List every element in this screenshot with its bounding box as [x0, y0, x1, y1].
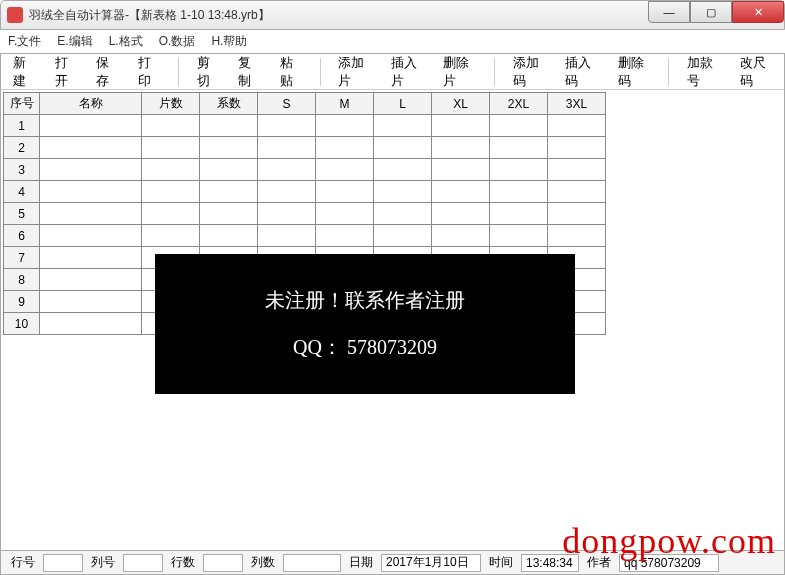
grid-cell[interactable] [258, 181, 316, 203]
copy-button[interactable]: 复制 [234, 52, 264, 92]
close-button[interactable]: ✕ [732, 1, 784, 23]
grid-cell[interactable] [40, 269, 142, 291]
menu-format[interactable]: L.格式 [109, 33, 143, 50]
grid-cell[interactable] [200, 225, 258, 247]
save-button[interactable]: 保存 [92, 52, 122, 92]
grid-cell[interactable] [490, 159, 548, 181]
header-l[interactable]: L [374, 93, 432, 115]
row-number[interactable]: 3 [4, 159, 40, 181]
grid-cell[interactable] [374, 225, 432, 247]
maximize-button[interactable]: ▢ [690, 1, 732, 23]
grid-cell[interactable] [40, 247, 142, 269]
grid-cell[interactable] [40, 159, 142, 181]
grid-cell[interactable] [142, 159, 200, 181]
grid-cell[interactable] [40, 291, 142, 313]
minimize-button[interactable]: — [648, 1, 690, 23]
grid-cell[interactable] [432, 115, 490, 137]
grid-cell[interactable] [548, 181, 606, 203]
grid-cell[interactable] [316, 203, 374, 225]
add-piece-button[interactable]: 添加片 [334, 52, 375, 92]
grid-cell[interactable] [432, 203, 490, 225]
grid-cell[interactable] [432, 137, 490, 159]
grid-cell[interactable] [316, 137, 374, 159]
grid-cell[interactable] [374, 137, 432, 159]
row-number[interactable]: 5 [4, 203, 40, 225]
grid-cell[interactable] [548, 137, 606, 159]
grid-cell[interactable] [432, 159, 490, 181]
grid-cell[interactable] [490, 181, 548, 203]
grid-cell[interactable] [374, 115, 432, 137]
row-number[interactable]: 7 [4, 247, 40, 269]
grid-cell[interactable] [40, 181, 142, 203]
grid-cell[interactable] [548, 225, 606, 247]
open-button[interactable]: 打开 [51, 52, 81, 92]
grid-cell[interactable] [40, 115, 142, 137]
grid-cell[interactable] [548, 159, 606, 181]
table-row[interactable]: 2 [4, 137, 606, 159]
header-coef[interactable]: 系数 [200, 93, 258, 115]
row-number[interactable]: 9 [4, 291, 40, 313]
header-s[interactable]: S [258, 93, 316, 115]
change-size-button[interactable]: 改尺码 [736, 52, 777, 92]
grid-cell[interactable] [200, 115, 258, 137]
header-2xl[interactable]: 2XL [490, 93, 548, 115]
grid-cell[interactable] [374, 159, 432, 181]
header-m[interactable]: M [316, 93, 374, 115]
print-button[interactable]: 打印 [134, 52, 164, 92]
grid-cell[interactable] [40, 137, 142, 159]
grid-cell[interactable] [200, 181, 258, 203]
grid-cell[interactable] [40, 313, 142, 335]
grid-cell[interactable] [40, 203, 142, 225]
grid-cell[interactable] [490, 115, 548, 137]
delete-size-button[interactable]: 删除码 [614, 52, 655, 92]
paste-button[interactable]: 粘贴 [276, 52, 306, 92]
grid-cell[interactable] [490, 137, 548, 159]
cut-button[interactable]: 剪切 [193, 52, 223, 92]
grid-cell[interactable] [432, 225, 490, 247]
grid-cell[interactable] [258, 137, 316, 159]
grid-cell[interactable] [258, 115, 316, 137]
table-row[interactable]: 1 [4, 115, 606, 137]
grid-cell[interactable] [142, 203, 200, 225]
grid-cell[interactable] [374, 181, 432, 203]
header-name[interactable]: 名称 [40, 93, 142, 115]
grid-cell[interactable] [490, 225, 548, 247]
row-number[interactable]: 8 [4, 269, 40, 291]
insert-size-button[interactable]: 插入码 [561, 52, 602, 92]
table-row[interactable]: 6 [4, 225, 606, 247]
grid-cell[interactable] [548, 115, 606, 137]
grid-cell[interactable] [200, 203, 258, 225]
menu-data[interactable]: O.数据 [159, 33, 196, 50]
row-number[interactable]: 2 [4, 137, 40, 159]
row-number[interactable]: 4 [4, 181, 40, 203]
insert-piece-button[interactable]: 插入片 [387, 52, 428, 92]
menu-edit[interactable]: E.编辑 [57, 33, 92, 50]
table-row[interactable]: 3 [4, 159, 606, 181]
grid-cell[interactable] [142, 115, 200, 137]
grid-cell[interactable] [200, 137, 258, 159]
grid-cell[interactable] [40, 225, 142, 247]
add-style-button[interactable]: 加款号 [683, 52, 724, 92]
grid-cell[interactable] [142, 225, 200, 247]
row-number[interactable]: 1 [4, 115, 40, 137]
row-number[interactable]: 6 [4, 225, 40, 247]
grid-cell[interactable] [258, 203, 316, 225]
grid-cell[interactable] [432, 181, 490, 203]
grid-cell[interactable] [548, 203, 606, 225]
grid-cell[interactable] [316, 181, 374, 203]
grid-cell[interactable] [142, 181, 200, 203]
table-row[interactable]: 5 [4, 203, 606, 225]
grid-cell[interactable] [200, 159, 258, 181]
menu-file[interactable]: F.文件 [8, 33, 41, 50]
delete-piece-button[interactable]: 删除片 [439, 52, 480, 92]
grid-cell[interactable] [316, 225, 374, 247]
header-pieces[interactable]: 片数 [142, 93, 200, 115]
grid-cell[interactable] [258, 159, 316, 181]
header-rownum[interactable]: 序号 [4, 93, 40, 115]
header-3xl[interactable]: 3XL [548, 93, 606, 115]
grid-cell[interactable] [374, 203, 432, 225]
table-row[interactable]: 4 [4, 181, 606, 203]
grid-cell[interactable] [316, 115, 374, 137]
new-button[interactable]: 新建 [9, 52, 39, 92]
row-number[interactable]: 10 [4, 313, 40, 335]
